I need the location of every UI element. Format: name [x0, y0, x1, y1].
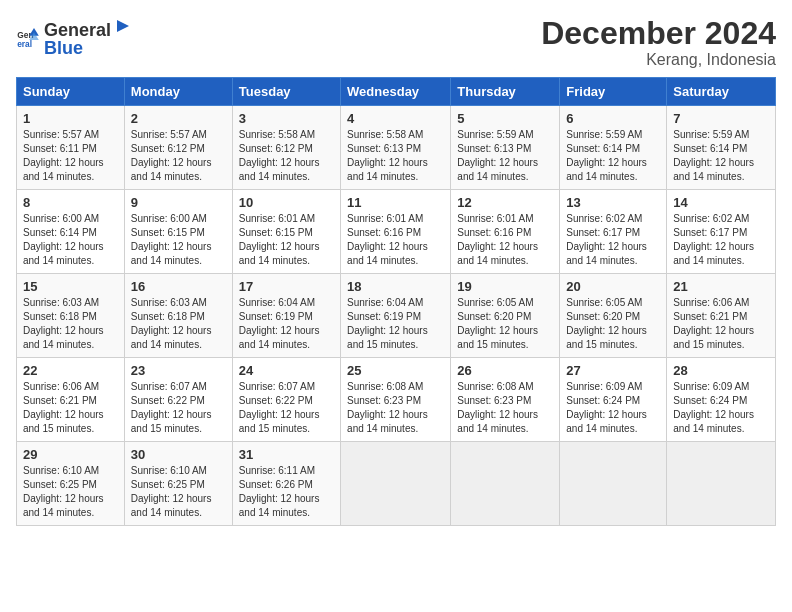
day-header-wednesday: Wednesday: [341, 78, 451, 106]
calendar-cell: 7Sunrise: 5:59 AMSunset: 6:14 PMDaylight…: [667, 106, 776, 190]
day-info: Sunrise: 5:58 AMSunset: 6:13 PMDaylight:…: [347, 128, 444, 184]
day-header-thursday: Thursday: [451, 78, 560, 106]
logo-blue: Blue: [44, 38, 83, 58]
calendar-cell: 6Sunrise: 5:59 AMSunset: 6:14 PMDaylight…: [560, 106, 667, 190]
day-number: 3: [239, 111, 334, 126]
calendar-cell: 17Sunrise: 6:04 AMSunset: 6:19 PMDayligh…: [232, 274, 340, 358]
week-row: 15Sunrise: 6:03 AMSunset: 6:18 PMDayligh…: [17, 274, 776, 358]
calendar-cell: 15Sunrise: 6:03 AMSunset: 6:18 PMDayligh…: [17, 274, 125, 358]
day-number: 2: [131, 111, 226, 126]
logo-general: General: [44, 21, 111, 39]
day-number: 1: [23, 111, 118, 126]
month-title: December 2024: [541, 16, 776, 51]
calendar-body: 1Sunrise: 5:57 AMSunset: 6:11 PMDaylight…: [17, 106, 776, 526]
day-info: Sunrise: 6:01 AMSunset: 6:16 PMDaylight:…: [457, 212, 553, 268]
title-area: December 2024 Kerang, Indonesia: [541, 16, 776, 69]
day-number: 12: [457, 195, 553, 210]
day-number: 23: [131, 363, 226, 378]
calendar-cell: 2Sunrise: 5:57 AMSunset: 6:12 PMDaylight…: [124, 106, 232, 190]
week-row: 8Sunrise: 6:00 AMSunset: 6:14 PMDaylight…: [17, 190, 776, 274]
day-number: 15: [23, 279, 118, 294]
calendar-cell: 20Sunrise: 6:05 AMSunset: 6:20 PMDayligh…: [560, 274, 667, 358]
calendar-cell: 11Sunrise: 6:01 AMSunset: 6:16 PMDayligh…: [341, 190, 451, 274]
day-info: Sunrise: 6:07 AMSunset: 6:22 PMDaylight:…: [131, 380, 226, 436]
day-number: 17: [239, 279, 334, 294]
calendar-cell: 8Sunrise: 6:00 AMSunset: 6:14 PMDaylight…: [17, 190, 125, 274]
day-info: Sunrise: 5:58 AMSunset: 6:12 PMDaylight:…: [239, 128, 334, 184]
day-info: Sunrise: 6:01 AMSunset: 6:15 PMDaylight:…: [239, 212, 334, 268]
calendar-cell: [341, 442, 451, 526]
day-number: 11: [347, 195, 444, 210]
day-info: Sunrise: 6:10 AMSunset: 6:25 PMDaylight:…: [131, 464, 226, 520]
day-info: Sunrise: 6:06 AMSunset: 6:21 PMDaylight:…: [23, 380, 118, 436]
day-header-tuesday: Tuesday: [232, 78, 340, 106]
calendar-cell: 24Sunrise: 6:07 AMSunset: 6:22 PMDayligh…: [232, 358, 340, 442]
day-info: Sunrise: 6:02 AMSunset: 6:17 PMDaylight:…: [673, 212, 769, 268]
day-info: Sunrise: 6:02 AMSunset: 6:17 PMDaylight:…: [566, 212, 660, 268]
calendar-cell: 31Sunrise: 6:11 AMSunset: 6:26 PMDayligh…: [232, 442, 340, 526]
week-row: 1Sunrise: 5:57 AMSunset: 6:11 PMDaylight…: [17, 106, 776, 190]
day-number: 9: [131, 195, 226, 210]
calendar-cell: 19Sunrise: 6:05 AMSunset: 6:20 PMDayligh…: [451, 274, 560, 358]
day-number: 26: [457, 363, 553, 378]
day-info: Sunrise: 6:06 AMSunset: 6:21 PMDaylight:…: [673, 296, 769, 352]
day-number: 14: [673, 195, 769, 210]
calendar-cell: 10Sunrise: 6:01 AMSunset: 6:15 PMDayligh…: [232, 190, 340, 274]
calendar-cell: 28Sunrise: 6:09 AMSunset: 6:24 PMDayligh…: [667, 358, 776, 442]
day-number: 25: [347, 363, 444, 378]
day-info: Sunrise: 6:07 AMSunset: 6:22 PMDaylight:…: [239, 380, 334, 436]
calendar-cell: 4Sunrise: 5:58 AMSunset: 6:13 PMDaylight…: [341, 106, 451, 190]
day-number: 27: [566, 363, 660, 378]
location-title: Kerang, Indonesia: [541, 51, 776, 69]
day-info: Sunrise: 6:03 AMSunset: 6:18 PMDaylight:…: [23, 296, 118, 352]
header: Gen eral General Blue December 2024 Kera…: [16, 16, 776, 69]
day-info: Sunrise: 5:59 AMSunset: 6:14 PMDaylight:…: [673, 128, 769, 184]
day-header-saturday: Saturday: [667, 78, 776, 106]
calendar-cell: 5Sunrise: 5:59 AMSunset: 6:13 PMDaylight…: [451, 106, 560, 190]
day-number: 6: [566, 111, 660, 126]
calendar-cell: 9Sunrise: 6:00 AMSunset: 6:15 PMDaylight…: [124, 190, 232, 274]
day-number: 4: [347, 111, 444, 126]
calendar-cell: 22Sunrise: 6:06 AMSunset: 6:21 PMDayligh…: [17, 358, 125, 442]
day-info: Sunrise: 6:10 AMSunset: 6:25 PMDaylight:…: [23, 464, 118, 520]
calendar-cell: 26Sunrise: 6:08 AMSunset: 6:23 PMDayligh…: [451, 358, 560, 442]
calendar-cell: [451, 442, 560, 526]
svg-text:eral: eral: [17, 39, 32, 49]
day-info: Sunrise: 6:08 AMSunset: 6:23 PMDaylight:…: [457, 380, 553, 436]
day-number: 10: [239, 195, 334, 210]
day-number: 21: [673, 279, 769, 294]
day-info: Sunrise: 6:09 AMSunset: 6:24 PMDaylight:…: [673, 380, 769, 436]
day-info: Sunrise: 5:57 AMSunset: 6:12 PMDaylight:…: [131, 128, 226, 184]
day-number: 5: [457, 111, 553, 126]
day-number: 31: [239, 447, 334, 462]
day-number: 7: [673, 111, 769, 126]
calendar-cell: [560, 442, 667, 526]
week-row: 22Sunrise: 6:06 AMSunset: 6:21 PMDayligh…: [17, 358, 776, 442]
day-number: 22: [23, 363, 118, 378]
day-number: 18: [347, 279, 444, 294]
day-info: Sunrise: 6:00 AMSunset: 6:14 PMDaylight:…: [23, 212, 118, 268]
day-info: Sunrise: 6:04 AMSunset: 6:19 PMDaylight:…: [239, 296, 334, 352]
day-header-friday: Friday: [560, 78, 667, 106]
calendar-cell: 3Sunrise: 5:58 AMSunset: 6:12 PMDaylight…: [232, 106, 340, 190]
day-number: 29: [23, 447, 118, 462]
day-number: 28: [673, 363, 769, 378]
calendar-cell: [667, 442, 776, 526]
day-info: Sunrise: 6:05 AMSunset: 6:20 PMDaylight:…: [566, 296, 660, 352]
day-number: 16: [131, 279, 226, 294]
day-info: Sunrise: 5:57 AMSunset: 6:11 PMDaylight:…: [23, 128, 118, 184]
day-info: Sunrise: 6:08 AMSunset: 6:23 PMDaylight:…: [347, 380, 444, 436]
day-header-sunday: Sunday: [17, 78, 125, 106]
day-info: Sunrise: 6:04 AMSunset: 6:19 PMDaylight:…: [347, 296, 444, 352]
logo-text: General Blue: [44, 16, 133, 58]
calendar-cell: 12Sunrise: 6:01 AMSunset: 6:16 PMDayligh…: [451, 190, 560, 274]
calendar-cell: 21Sunrise: 6:06 AMSunset: 6:21 PMDayligh…: [667, 274, 776, 358]
calendar-cell: 16Sunrise: 6:03 AMSunset: 6:18 PMDayligh…: [124, 274, 232, 358]
day-number: 19: [457, 279, 553, 294]
day-number: 8: [23, 195, 118, 210]
calendar-cell: 23Sunrise: 6:07 AMSunset: 6:22 PMDayligh…: [124, 358, 232, 442]
day-info: Sunrise: 6:05 AMSunset: 6:20 PMDaylight:…: [457, 296, 553, 352]
calendar-cell: 30Sunrise: 6:10 AMSunset: 6:25 PMDayligh…: [124, 442, 232, 526]
calendar-cell: 18Sunrise: 6:04 AMSunset: 6:19 PMDayligh…: [341, 274, 451, 358]
day-info: Sunrise: 6:09 AMSunset: 6:24 PMDaylight:…: [566, 380, 660, 436]
